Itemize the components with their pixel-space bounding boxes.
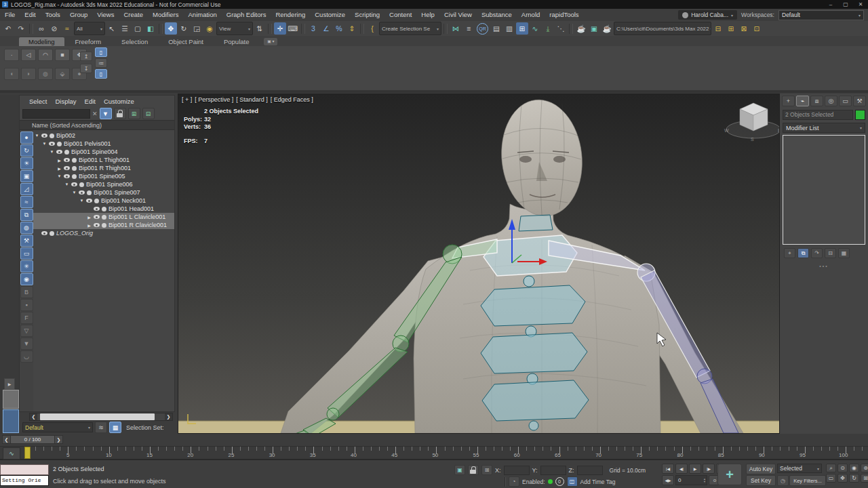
select-and-scale-button[interactable]: ◲▾ [191, 22, 203, 35]
remove-modifier-button[interactable]: ⊟ [825, 248, 836, 258]
make-unique-button[interactable]: ↷ [811, 248, 823, 258]
display-xrefs-toggle[interactable]: ◍ [20, 222, 33, 234]
align-button[interactable]: ≡▾ [462, 22, 475, 35]
visibility-eye-icon[interactable] [79, 190, 85, 195]
expand-arrow-icon[interactable]: ▶ [87, 215, 92, 220]
menu-item[interactable]: Edit [20, 9, 40, 21]
menu-item[interactable]: File [0, 9, 20, 21]
rectangular-selection-region-button[interactable]: ▢▾ [132, 22, 144, 35]
minimize-button[interactable]: – [823, 0, 838, 9]
layers-icon[interactable]: ≋ [95, 422, 107, 433]
minimized-panel-tab-active[interactable] [3, 409, 19, 433]
render-production-button[interactable]: ☕▾ [601, 22, 613, 35]
ribbon-tab-object-paint[interactable]: Object Paint [159, 37, 213, 46]
expand-all-button[interactable]: ⊞ [128, 108, 140, 119]
display-particles-toggle[interactable]: ✳ [20, 260, 33, 272]
tree-row[interactable]: ▶ Bip001 R Thigh001 [33, 164, 174, 172]
visibility-eye-icon[interactable] [49, 142, 55, 146]
select-and-link-button[interactable]: ∞▾ [35, 22, 47, 35]
qr-button[interactable]: QR▾ [477, 23, 488, 35]
auto-key-button[interactable]: Auto Key [746, 464, 776, 474]
project-tool-button-1[interactable]: ⊟▾ [712, 22, 724, 35]
polygon-tool-button-4[interactable]: ⬙ [55, 68, 70, 80]
project-folder-dropdown[interactable]: C:\Users\cit\Documents\3ds Max 2022▾ [614, 22, 711, 35]
hierarchy-tab[interactable]: ⧈ [810, 96, 823, 106]
keyboard-shortcut-override-toggle[interactable]: ⌨▾ [287, 22, 299, 35]
expand-arrow-icon[interactable]: ▶ [57, 158, 62, 163]
time-tag-icon[interactable]: ◔ [509, 476, 519, 487]
vertex-mode-button[interactable]: ∙ [4, 49, 19, 61]
spinner-snap-toggle[interactable]: ⇕▾ [346, 22, 358, 35]
filter-b-button[interactable]: B [20, 286, 33, 298]
add-time-tag[interactable]: Add Time Tag [580, 479, 616, 485]
time-forward-icon[interactable]: ❯ [54, 435, 63, 444]
time-back-icon[interactable]: ❮ [2, 435, 11, 444]
render-setup-button[interactable]: ☕▾ [575, 22, 587, 35]
filter-container-button[interactable]: ◡ [20, 350, 33, 363]
viewport-label-part[interactable]: [ Edged Faces ] [271, 96, 313, 103]
mirror-button[interactable]: ⋈▾ [450, 22, 462, 35]
panel-drag-handle[interactable]: ••• [780, 264, 868, 268]
select-and-place-button[interactable]: ◉▾ [203, 22, 216, 35]
explorer-menu-item[interactable]: Display [51, 98, 80, 105]
menu-item[interactable]: Rendering [271, 9, 310, 21]
polygon-mode-button[interactable]: ■ [55, 49, 70, 61]
close-button[interactable]: ✕ [853, 0, 868, 9]
tree-row[interactable]: ▼ Bip001 Spine006 [33, 180, 174, 188]
object-color-swatch[interactable] [855, 110, 865, 120]
visibility-eye-icon[interactable] [94, 207, 100, 211]
visibility-eye-icon[interactable] [64, 174, 70, 178]
bind-to-space-warp-button[interactable]: ≈▾ [61, 22, 73, 35]
time-slider-playhead[interactable] [24, 447, 31, 459]
ribbon-tab-populate[interactable]: Populate [214, 37, 259, 46]
ribbon-pin-button-2[interactable]: ↧ [80, 64, 92, 73]
ribbon-tab-modeling[interactable]: Modeling [19, 37, 64, 46]
pan-button[interactable]: ✥ [837, 474, 848, 483]
scrollbar-thumb[interactable] [40, 413, 155, 420]
schematic-view-button[interactable]: ⤓▾ [542, 22, 554, 35]
tree-row[interactable]: ▼ Bip001 Spine005 [33, 172, 174, 180]
menu-item[interactable]: Substance [477, 9, 517, 21]
cube-mode-toggle[interactable]: ◫ [567, 476, 578, 487]
menu-item[interactable]: Group [65, 9, 92, 21]
display-shapes-toggle[interactable]: ↻ [20, 144, 33, 157]
perspective-viewport[interactable]: W E S [ + ][ Perspective ][ Standard ][ … [178, 94, 780, 434]
named-selection-sets-dropdown[interactable]: Create Selection Se▾ [379, 22, 441, 35]
scroll-left-icon[interactable]: ❮ [30, 414, 37, 420]
key-filters-button[interactable]: Key Filters... [789, 475, 826, 486]
display-space-warps-toggle[interactable]: ≈ [20, 196, 33, 208]
explorer-menu-item[interactable]: Select [25, 98, 51, 105]
project-tool-button-4[interactable]: ⊡▾ [751, 22, 763, 35]
menu-item[interactable]: Tools [41, 9, 65, 21]
zoom-button[interactable]: ⌕ [826, 464, 836, 472]
expand-arrow-icon[interactable]: ▼ [57, 174, 62, 178]
visibility-eye-icon[interactable] [86, 199, 92, 203]
undo-button[interactable]: ↶▾ [2, 22, 14, 35]
window-crossing-toggle[interactable]: ◧▾ [144, 22, 157, 35]
ribbon-tab-freeform[interactable]: Freeform [66, 37, 111, 46]
display-tab[interactable]: ▭ [839, 96, 852, 106]
stopwatch-icon[interactable]: ◷ [777, 475, 789, 486]
reference-coordinate-system-dropdown[interactable]: View▾ [216, 22, 253, 35]
expand-arrow-icon[interactable]: ▶ [57, 166, 62, 171]
menu-item[interactable]: Civil View [439, 9, 477, 21]
search-filter-button[interactable]: ▼ [100, 108, 112, 119]
isolate-selection-toggle[interactable]: ▣ [454, 465, 465, 475]
polygon-tool-button-1[interactable]: ◖ [4, 68, 19, 80]
expand-arrow-icon[interactable]: ▼ [64, 182, 69, 186]
modifier-toggle-button-2[interactable]: ≔ [95, 58, 107, 68]
tree-row[interactable]: ▼ Bip001 Spine004 [33, 148, 174, 156]
expand-arrow-icon[interactable]: ▼ [42, 142, 47, 146]
unlink-selection-button[interactable]: ⊘▾ [48, 22, 60, 35]
edge-mode-button[interactable]: ◁ [21, 49, 36, 61]
menu-item[interactable]: Create [119, 9, 148, 21]
expand-arrow-icon[interactable]: ▶ [87, 223, 92, 228]
selection-set-icon[interactable]: ▦ [109, 422, 121, 433]
tree-row[interactable]: ▼ Bip001 Spine007 [33, 188, 174, 197]
ribbon-pin-button-1[interactable]: ↥ [80, 52, 92, 61]
visibility-eye-icon[interactable] [41, 231, 47, 235]
selection-filter-dropdown[interactable]: All▾ [74, 22, 105, 35]
snaps-toggle[interactable]: 3▾ [307, 22, 319, 35]
key-step-toggle[interactable]: ◀▶ [662, 475, 674, 485]
material-editor-button[interactable]: ⋱▾ [555, 22, 567, 35]
